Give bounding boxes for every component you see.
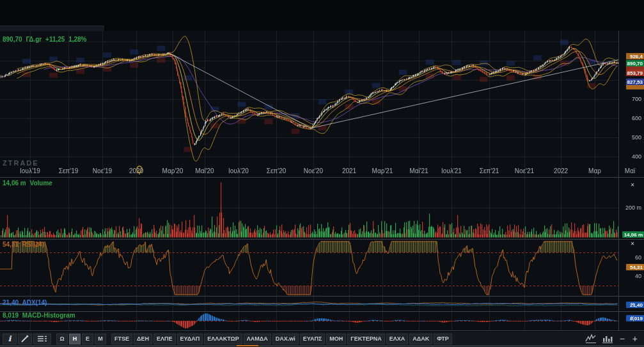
macd-close-button[interactable]: ✕: [628, 315, 637, 321]
x-axis-label: Νοε'19: [88, 167, 117, 174]
trading-chart-window: 890,70 ΓΔ.gr +11,25 1,28% 14,06 m Volume…: [0, 0, 644, 347]
x-axis-label: Σεπ'20: [262, 167, 291, 174]
toolbar-symbol-button-ΓΕΚΤΕΡΝΑ[interactable]: ΓΕΚΤΕΡΝΑ: [347, 334, 384, 344]
x-axis-label: Μαϊ'20: [190, 167, 219, 174]
indicator-list-icon: [37, 335, 47, 343]
annotation-marker[interactable]: [136, 166, 143, 174]
toolbar-symbol-button-ΕΥΔΑΠ[interactable]: ΕΥΔΑΠ: [177, 334, 203, 344]
toolbar-letter-button-Η[interactable]: Η: [69, 334, 81, 344]
x-axis-label: Ιουλ'21: [437, 167, 466, 174]
x-axis-label: Μαϊ: [615, 167, 644, 174]
rsi-close-button[interactable]: ✕: [628, 241, 637, 247]
zoom-in-button[interactable]: +: [631, 334, 639, 343]
toolbar-symbol-button-ΛΑΜΔΑ[interactable]: ΛΑΜΔΑ: [244, 334, 271, 344]
x-axis-label: Μαρ'20: [158, 167, 187, 174]
adx-pane-label: 21,40 ADX(14): [3, 299, 49, 306]
macd-value: 8,019: [3, 312, 19, 319]
toolbar-letter-button-Ε[interactable]: Ε: [82, 334, 93, 344]
rsi-axis-label: 60: [622, 254, 641, 261]
price-badge: 926,4: [626, 53, 644, 59]
volume-axis-label: 200 m: [622, 204, 641, 211]
toolbar-symbol-button-ΕΛΛΑΚΤΩΡ[interactable]: ΕΛΛΑΚΤΩΡ: [204, 334, 242, 344]
y-axis-label: 500: [622, 134, 641, 141]
toolbar-symbol-button-ΔΕΗ[interactable]: ΔΕΗ: [134, 334, 152, 344]
macd-name: MACD-Histogram: [22, 312, 75, 319]
indicators-button[interactable]: [33, 334, 51, 344]
macd-pane-label: 8,019 MACD-Histogram: [3, 312, 77, 319]
x-axis-label: 2022: [546, 167, 576, 174]
last-price: 890,70: [3, 36, 22, 43]
chart-controls: − +: [585, 334, 641, 344]
x-axis-label: Νοε'20: [299, 167, 328, 174]
x-axis-label: Μαϊ'21: [404, 167, 434, 174]
toolbar-symbol-button-ΦΤΡ[interactable]: ΦΤΡ: [434, 334, 452, 344]
price-badge: 827,53: [626, 79, 644, 85]
toolbar-accent-marker: [237, 345, 258, 346]
info-icon: i: [8, 334, 12, 343]
volume-name: Volume: [29, 180, 52, 187]
price-change-pct: 1,28%: [68, 36, 86, 43]
toolbar-letter-button-Ω[interactable]: Ω: [56, 334, 68, 344]
chart-tab-strip: [0, 26, 104, 31]
line-chart-icon[interactable]: [585, 334, 597, 344]
rsi-value: 54,31: [3, 241, 19, 248]
toolbar-symbol-button-FTSE[interactable]: FTSE: [111, 334, 132, 344]
toolbar-symbol-button-ΑΔΑΚ[interactable]: ΑΔΑΚ: [409, 334, 432, 344]
adx-name: ADX(14): [22, 299, 47, 306]
price-badge: 890,70: [626, 60, 644, 66]
volume-badge: 14,06 m: [622, 231, 644, 238]
x-axis-label: Νοε'21: [510, 167, 539, 174]
ztrade-watermark: ZTRADE: [3, 159, 39, 167]
toolbar-symbol-button-ΕΛΠΕ[interactable]: ΕΛΠΕ: [153, 334, 176, 344]
draw-button[interactable]: [18, 334, 32, 344]
pencil-icon: [20, 334, 29, 343]
toolbar-symbol-button-ΕΥΑΠΣ[interactable]: ΕΥΑΠΣ: [300, 334, 326, 344]
volume-close-button[interactable]: ✕: [628, 182, 637, 189]
adx-close-button[interactable]: ✕: [628, 302, 637, 308]
info-button[interactable]: i: [3, 334, 17, 344]
rsi-badge: 54,31: [626, 264, 644, 270]
toolbar-letter-button-Μ[interactable]: Μ: [95, 334, 106, 344]
y-axis-label: 400: [622, 153, 641, 160]
x-axis-label: 2021: [334, 167, 364, 174]
x-axis-label: Ιουλ'19: [15, 167, 45, 174]
y-axis-label: 700: [622, 96, 641, 102]
price-badge: 853,79: [626, 70, 644, 76]
x-axis-label: Μαρ'21: [368, 167, 397, 174]
zoom-out-button[interactable]: −: [618, 334, 626, 343]
x-axis-label: Σεπ'19: [54, 167, 83, 174]
x-axis-label: Μαρ: [580, 167, 609, 174]
bar-chart-icon[interactable]: [602, 334, 613, 344]
symbol-name: ΓΔ.gr: [26, 36, 42, 43]
bottom-toolbar: i ΩΗΕΜ FTSEΔΕΗΕΛΠΕΕΥΔΑΠΕΛΛΑΚΤΩΡΛΑΜΔΑDAX.…: [0, 332, 644, 346]
y-axis-label: 600: [622, 115, 641, 121]
price-change: +11,25: [45, 36, 65, 43]
chart-canvas[interactable]: [0, 0, 644, 331]
rsi-name: RSI(14): [22, 241, 44, 248]
volume-pane-label: 14,06 m Volume: [3, 180, 54, 187]
toolbar-symbol-button-ΕΛΧΑ[interactable]: ΕΛΧΑ: [386, 334, 409, 344]
x-axis-label: Ιουλ'20: [224, 167, 253, 174]
rsi-axis-label: 40: [622, 273, 641, 279]
toolbar-symbol-button-ΜΟΗ[interactable]: ΜΟΗ: [326, 334, 346, 344]
volume-value: 14,06 m: [3, 180, 26, 187]
rsi-pane-label: 54,31 RSI(14): [3, 241, 46, 248]
x-axis-label: Σεπ'21: [475, 167, 504, 174]
toolbar-symbol-button-DAX.wi[interactable]: DAX.wi: [272, 334, 299, 344]
symbol-header: 890,70 ΓΔ.gr +11,25 1,28%: [3, 36, 89, 43]
adx-value: 21,40: [3, 299, 19, 306]
window-bottom-edge: [0, 346, 644, 346]
